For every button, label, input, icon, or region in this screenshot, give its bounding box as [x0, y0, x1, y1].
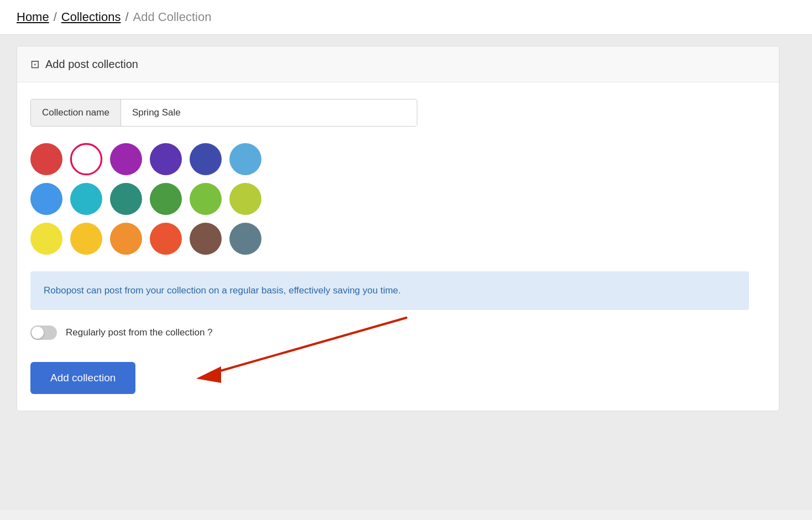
card-header: ⊡ Add post collection — [17, 46, 779, 82]
color-swatch[interactable] — [70, 223, 102, 255]
color-swatch[interactable] — [190, 143, 222, 175]
card-header-title: Add post collection — [45, 58, 138, 71]
toggle-row: Regularly post from the collection ? — [30, 325, 766, 340]
color-swatch[interactable] — [229, 223, 261, 255]
collection-name-input[interactable] — [121, 99, 417, 126]
color-swatch[interactable] — [70, 143, 102, 175]
breadcrumb-home[interactable]: Home — [17, 10, 49, 24]
arrow-annotation — [141, 307, 417, 406]
color-swatch[interactable] — [30, 183, 62, 215]
collection-name-label: Collection name — [31, 99, 121, 126]
info-box-text: Robopost can post from your collection o… — [44, 285, 401, 296]
color-swatch[interactable] — [150, 183, 182, 215]
color-swatch[interactable] — [150, 143, 182, 175]
color-swatch[interactable] — [110, 183, 142, 215]
color-swatch[interactable] — [110, 223, 142, 255]
color-swatch[interactable] — [150, 223, 182, 255]
color-grid — [30, 143, 766, 255]
breadcrumb-current: Add Collection — [133, 10, 212, 24]
toggle-thumb — [32, 327, 44, 339]
add-collection-card: ⊡ Add post collection Collection name Ro… — [17, 46, 779, 411]
toggle-switch[interactable] — [30, 325, 57, 340]
color-swatch[interactable] — [190, 183, 222, 215]
color-swatch[interactable] — [30, 143, 62, 175]
color-swatch[interactable] — [110, 143, 142, 175]
color-swatch[interactable] — [70, 183, 102, 215]
info-box: Robopost can post from your collection o… — [30, 271, 749, 310]
color-swatch[interactable] — [229, 183, 261, 215]
color-swatch[interactable] — [190, 223, 222, 255]
collection-icon: ⊡ — [30, 57, 40, 71]
main-content: ⊡ Add post collection Collection name Ro… — [0, 35, 812, 510]
breadcrumb: Home / Collections / Add Collection — [0, 0, 812, 35]
color-swatch[interactable] — [30, 223, 62, 255]
svg-marker-1 — [196, 366, 221, 383]
color-swatch[interactable] — [229, 143, 261, 175]
add-collection-button[interactable]: Add collection — [30, 362, 135, 394]
card-body: Collection name Robopost can post from y… — [17, 82, 779, 411]
toggle-label: Regularly post from the collection ? — [66, 327, 213, 338]
breadcrumb-sep-2: / — [125, 10, 128, 24]
collection-name-row: Collection name — [30, 99, 417, 127]
button-area: Add collection — [30, 362, 135, 394]
breadcrumb-sep-1: / — [54, 10, 57, 24]
breadcrumb-collections[interactable]: Collections — [61, 10, 121, 24]
